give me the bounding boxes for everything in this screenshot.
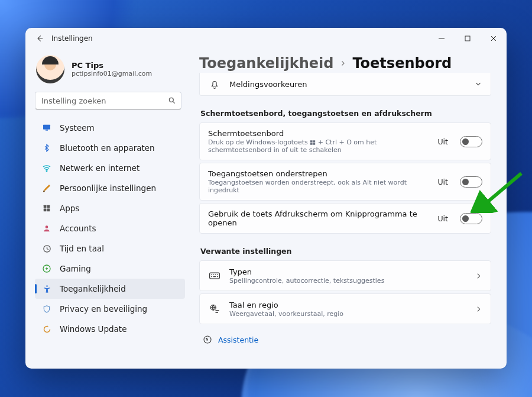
bell-icon xyxy=(208,79,221,89)
titlebar: Instellingen xyxy=(25,28,507,49)
nav-privacy[interactable]: Privacy en beveiliging xyxy=(35,299,185,319)
related-row-language-region[interactable]: Taal en regio Weergavetaal, voorkeurstaa… xyxy=(199,293,491,324)
shield-icon xyxy=(42,304,51,314)
nav-label: Toegankelijkheid xyxy=(60,284,126,293)
minimize-button[interactable] xyxy=(429,28,455,49)
toggle-state: Uit xyxy=(437,177,448,186)
toggle-switch[interactable] xyxy=(460,213,482,224)
nav-label: Systeem xyxy=(60,123,95,133)
setting-subtitle: Spellingcontrole, autocorrectie, tekstsu… xyxy=(229,277,466,285)
update-icon xyxy=(42,324,51,334)
sidebar: PC Tips pctipsinfo01@gmail.com Systeem xyxy=(25,49,190,369)
nav-windows-update[interactable]: Windows Update xyxy=(35,319,185,339)
keyboard-icon xyxy=(208,271,221,280)
svg-rect-7 xyxy=(47,205,50,208)
bluetooth-icon xyxy=(42,143,51,153)
chevron-right-icon xyxy=(475,305,482,313)
globe-text-icon xyxy=(208,304,221,314)
nav-label: Accounts xyxy=(60,224,96,233)
breadcrumb-parent[interactable]: Toegankelijkheid xyxy=(199,55,333,72)
avatar xyxy=(36,55,64,83)
svg-rect-14 xyxy=(310,140,313,142)
toggle-switch[interactable] xyxy=(460,176,482,188)
nav-label: Bluetooth en apparaten xyxy=(60,143,155,153)
breadcrumb: Toegankelijkheid Toetsenbord xyxy=(199,55,491,72)
search-input[interactable] xyxy=(41,96,168,105)
settings-window: Instellingen PC Tips pctipsinfo01@gmail.… xyxy=(25,28,507,369)
gaming-icon xyxy=(42,264,51,273)
setting-title: Meldingsvoorkeuren xyxy=(229,80,466,89)
setting-subtitle: Toegangstoetsen worden onderstreept, ook… xyxy=(208,179,429,194)
wifi-icon xyxy=(42,163,51,173)
chevron-right-icon xyxy=(475,272,482,280)
nav-label: Netwerk en internet xyxy=(60,163,140,173)
svg-rect-15 xyxy=(313,140,316,142)
main-content: Toegankelijkheid Toetsenbord Meldingsvoo… xyxy=(190,49,507,369)
nav-label: Windows Update xyxy=(60,324,126,334)
nav-accounts[interactable]: Accounts xyxy=(35,218,185,238)
profile-block[interactable]: PC Tips pctipsinfo01@gmail.com xyxy=(36,55,185,83)
breadcrumb-current: Toetsenbord xyxy=(352,55,452,72)
setting-subtitle: Druk op de Windows-logotoets + Ctrl + O … xyxy=(208,138,429,154)
monitor-icon xyxy=(42,123,51,133)
close-button[interactable] xyxy=(481,28,507,49)
svg-rect-18 xyxy=(210,273,220,279)
svg-rect-6 xyxy=(44,205,47,208)
apps-icon xyxy=(42,204,51,213)
setting-row-access-keys[interactable]: Toegangstoetsen onderstrepen Toegangstoe… xyxy=(199,163,491,201)
related-row-typing[interactable]: Typen Spellingcontrole, autocorrectie, t… xyxy=(199,260,491,291)
windows-key-icon xyxy=(310,140,316,146)
toggle-state: Uit xyxy=(437,137,448,146)
setting-row-printscreen-snipping[interactable]: Gebruik de toets Afdrukscherm om Knippro… xyxy=(199,203,491,234)
section-label: Schermtoetsenbord, toegangstoetsen en af… xyxy=(200,109,491,118)
section-label: Verwante instellingen xyxy=(200,247,491,256)
svg-rect-3 xyxy=(46,130,48,130)
setting-subtitle: Weergavetaal, voorkeurstaal, regio xyxy=(229,310,466,318)
setting-title: Taal en regio xyxy=(229,301,466,309)
help-link[interactable]: Assistentie xyxy=(218,335,258,344)
nav-personalization[interactable]: Persoonlijke instellingen xyxy=(35,178,185,198)
window-controls xyxy=(429,28,507,49)
nav-bluetooth[interactable]: Bluetooth en apparaten xyxy=(35,138,185,158)
setting-title: Toegangstoetsen onderstrepen xyxy=(208,169,429,178)
svg-point-10 xyxy=(46,225,48,228)
svg-rect-17 xyxy=(313,143,316,144)
nav-apps[interactable]: Apps xyxy=(35,198,185,218)
toggle-state: Uit xyxy=(437,214,448,223)
svg-rect-2 xyxy=(43,125,50,130)
person-icon xyxy=(42,224,51,233)
svg-rect-8 xyxy=(44,209,47,212)
profile-name: PC Tips xyxy=(72,61,152,70)
setting-title: Schermtoetsenbord xyxy=(208,129,429,138)
back-button[interactable] xyxy=(31,30,48,47)
nav-network[interactable]: Netwerk en internet xyxy=(35,158,185,178)
nav-label: Privacy en beveiliging xyxy=(60,304,147,314)
setting-row-notification-prefs[interactable]: Meldingsvoorkeuren xyxy=(199,73,491,96)
chevron-down-icon xyxy=(474,80,482,88)
nav-time-language[interactable]: Tijd en taal xyxy=(35,238,185,259)
nav-label: Apps xyxy=(60,204,79,213)
setting-title: Gebruik de toets Afdrukscherm om Knippro… xyxy=(208,209,429,227)
nav-label: Persoonlijke instellingen xyxy=(60,183,156,193)
svg-rect-0 xyxy=(465,36,470,41)
nav-list: Systeem Bluetooth en apparaten Netwerk e… xyxy=(35,118,185,339)
maximize-button[interactable] xyxy=(455,28,481,49)
help-icon xyxy=(203,335,212,344)
nav-system[interactable]: Systeem xyxy=(35,118,185,138)
svg-point-13 xyxy=(46,285,48,287)
nav-gaming[interactable]: Gaming xyxy=(35,259,185,279)
svg-rect-9 xyxy=(47,209,50,212)
nav-label: Gaming xyxy=(60,264,91,273)
app-title: Instellingen xyxy=(51,34,93,43)
setting-row-osk[interactable]: Schermtoetsenbord Druk op de Windows-log… xyxy=(199,122,491,160)
svg-point-5 xyxy=(43,191,45,192)
search-box[interactable] xyxy=(35,92,181,109)
toggle-switch[interactable] xyxy=(460,136,482,147)
chevron-right-icon xyxy=(339,60,346,67)
svg-point-1 xyxy=(169,98,173,102)
setting-title: Typen xyxy=(229,267,466,276)
clock-globe-icon xyxy=(42,244,51,253)
profile-email: pctipsinfo01@gmail.com xyxy=(72,70,152,78)
nav-accessibility[interactable]: Toegankelijkheid xyxy=(35,279,185,299)
accessibility-icon xyxy=(42,284,51,293)
